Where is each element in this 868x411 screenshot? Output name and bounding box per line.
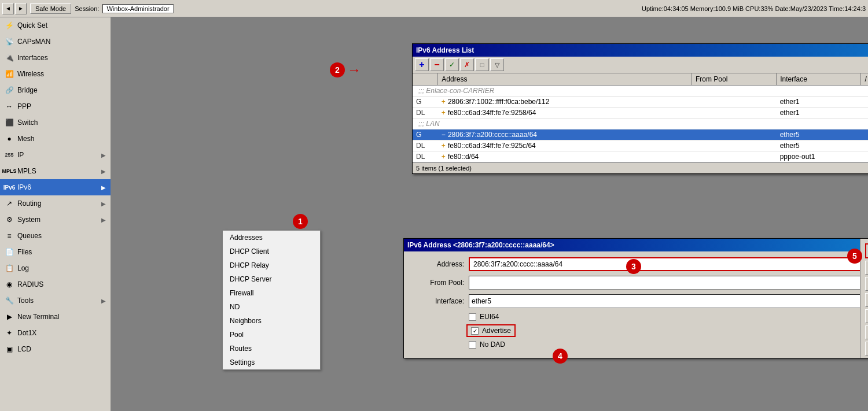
submenu-item-dhcp-server[interactable]: DHCP Server <box>223 272 320 286</box>
sidebar-item-ipv6[interactable]: IPv6 IPv6 ▶ <box>0 179 111 195</box>
sidebar-label-ip: IP <box>17 151 98 159</box>
copy-address-button[interactable]: □ <box>475 58 489 71</box>
dot1x-icon: ✦ <box>5 328 14 338</box>
files-icon: 📄 <box>5 247 14 257</box>
interface-select[interactable]: ether5 ▼ <box>469 294 868 308</box>
table-row[interactable]: DL +fe80::c6ad:34ff:fe7e:9258/64 ether1 … <box>413 108 868 119</box>
sidebar-item-ppp[interactable]: ↔ PPP <box>0 98 111 114</box>
routing-icon: ↗ <box>5 199 14 208</box>
sidebar-item-interfaces[interactable]: 🔌 Interfaces <box>0 50 111 66</box>
sidebar-item-mpls[interactable]: MPLS MPLS ▶ <box>0 163 111 179</box>
interface-row: Interface: ether5 ▼ <box>412 294 868 308</box>
eui64-row: EUI64 <box>469 313 868 321</box>
back-button[interactable]: ◄ <box>2 3 14 14</box>
switch-icon: ⬛ <box>5 118 14 127</box>
submenu-item-dhcp-relay[interactable]: DHCP Relay <box>223 258 320 272</box>
forward-button[interactable]: ► <box>15 3 27 14</box>
sidebar-label-quick-set: Quick Set <box>17 21 106 29</box>
sidebar-item-capsman[interactable]: 📡 CAPsMAN <box>0 34 111 50</box>
remove-button[interactable]: Remove <box>865 342 868 356</box>
tools-arrow: ▶ <box>101 298 106 304</box>
row-pool <box>692 151 776 162</box>
eui64-checkbox[interactable] <box>469 313 476 321</box>
sidebar-item-quick-set[interactable]: ⚡ Quick Set <box>0 17 111 34</box>
row-address: −2806:3f7:a200:cccc::aaaa/64 <box>438 129 692 140</box>
quick-set-icon: ⚡ <box>5 21 14 30</box>
sidebar-item-radius[interactable]: ◉ RADIUS <box>0 276 111 292</box>
sidebar-item-bridge[interactable]: 🔗 Bridge <box>0 82 111 98</box>
disable-address-button[interactable]: ✗ <box>460 58 474 71</box>
top-bar: ◄ ► Safe Mode Session: Winbox-Administra… <box>0 0 868 17</box>
sidebar-label-mpls: MPLS <box>17 167 98 175</box>
sidebar-label-mesh: Mesh <box>17 135 106 143</box>
sidebar-item-new-terminal[interactable]: ▶ New Terminal <box>0 309 111 325</box>
sidebar-item-wireless[interactable]: 📶 Wireless <box>0 66 111 82</box>
advertise-checkbox[interactable]: ✓ <box>471 327 479 335</box>
add-address-button[interactable]: + <box>415 58 429 71</box>
submenu-item-addresses[interactable]: Addresses <box>223 231 320 245</box>
sidebar-label-routing: Routing <box>17 199 98 208</box>
submenu-item-routes[interactable]: Routes <box>223 342 320 356</box>
sidebar-item-tools[interactable]: 🔧 Tools ▶ <box>0 292 111 309</box>
submenu-item-neighbors[interactable]: Neighbors <box>223 314 320 328</box>
sidebar-item-switch[interactable]: ⬛ Switch <box>0 114 111 131</box>
table-row-selected[interactable]: G −2806:3f7:a200:cccc::aaaa/64 ether5 ye… <box>413 129 868 140</box>
submenu-item-settings[interactable]: Settings <box>223 356 320 369</box>
sidebar-item-files[interactable]: 📄 Files <box>0 244 111 260</box>
ip-arrow: ▶ <box>101 152 106 158</box>
advertise-label: Advertise <box>482 327 511 335</box>
advertise-row-highlighted: ✓ Advertise <box>466 324 516 337</box>
section-lan-label: ;;; LAN <box>413 119 868 129</box>
comment-button[interactable]: Comment <box>865 309 868 323</box>
sidebar-label-interfaces: Interfaces <box>17 54 106 62</box>
mpls-icon: MPLS <box>5 166 14 176</box>
sidebar-item-log[interactable]: 📋 Log <box>0 260 111 276</box>
submenu-item-pool[interactable]: Pool <box>223 328 320 342</box>
mesh-icon: ● <box>5 134 14 143</box>
sidebar-label-queues: Queues <box>17 232 106 240</box>
submenu-item-dhcp-client[interactable]: DHCP Client <box>223 245 320 258</box>
lcd-icon: ▣ <box>5 345 14 354</box>
queues-icon: ≡ <box>5 231 14 240</box>
from-pool-select[interactable]: ▼ <box>469 276 868 290</box>
sidebar-item-queues[interactable]: ≡ Queues <box>0 228 111 244</box>
copy-button[interactable]: Copy <box>865 325 868 339</box>
enable-address-button[interactable]: ✓ <box>445 58 459 71</box>
ipv6-detail-window: IPv6 Address <2806:3f7:a200:cccc::aaaa/6… <box>403 238 868 358</box>
tools-icon: 🔧 <box>5 296 14 305</box>
sidebar-label-capsman: CAPsMAN <box>17 38 106 46</box>
submenu-item-firewall[interactable]: Firewall <box>223 286 320 300</box>
disable-button[interactable]: Disable <box>865 293 868 307</box>
filter-button[interactable]: ▽ <box>490 58 504 71</box>
row-pool <box>692 108 776 119</box>
apply-button[interactable]: Apply <box>865 277 868 291</box>
sidebar: ⚡ Quick Set 📡 CAPsMAN 🔌 Interfaces 📶 Wir… <box>0 17 111 411</box>
table-row[interactable]: DL +fe80::d/64 pppoe-out1 no <box>413 151 868 162</box>
terminal-icon: ▶ <box>5 312 14 321</box>
safe-mode-button[interactable]: Safe Mode <box>30 3 71 14</box>
sidebar-item-mesh[interactable]: ● Mesh <box>0 131 111 147</box>
table-row[interactable]: G +2806:3f7:1002::ffff:f0ca:bebe/112 eth… <box>413 97 868 108</box>
system-arrow: ▶ <box>101 217 106 223</box>
ipv6-arrow: ▶ <box>101 184 106 191</box>
sidebar-item-lcd[interactable]: ▣ LCD <box>0 341 111 357</box>
table-row[interactable]: DL +fe80::c6ad:34ff:fe7e:925c/64 ether5 … <box>413 140 868 151</box>
sidebar-item-dot1x[interactable]: ✦ Dot1X <box>0 325 111 341</box>
row-status: DL <box>413 140 438 151</box>
sidebar-item-ip[interactable]: 255 IP ▶ <box>0 147 111 163</box>
remove-address-button[interactable]: − <box>430 58 444 71</box>
cancel-button[interactable]: Cancel <box>865 261 868 275</box>
sidebar-label-system: System <box>17 216 98 224</box>
sidebar-item-routing[interactable]: ↗ Routing ▶ <box>0 195 111 212</box>
list-toolbar: + − ✓ ✗ □ ▽ <box>413 57 868 73</box>
content-area: Addresses DHCP Client DHCP Relay DHCP Se… <box>111 17 868 411</box>
annotation-1: 1 <box>293 214 308 229</box>
address-input[interactable] <box>469 257 868 271</box>
submenu-item-nd[interactable]: ND <box>223 300 320 314</box>
ipv6-list-title: IPv6 Address List <box>416 46 474 54</box>
ok-button[interactable]: OK <box>865 243 868 258</box>
no-dad-checkbox[interactable] <box>469 341 476 349</box>
section-lan: ;;; LAN <box>413 119 868 129</box>
row-interface: ether1 <box>777 97 861 108</box>
sidebar-item-system[interactable]: ⚙ System ▶ <box>0 212 111 228</box>
